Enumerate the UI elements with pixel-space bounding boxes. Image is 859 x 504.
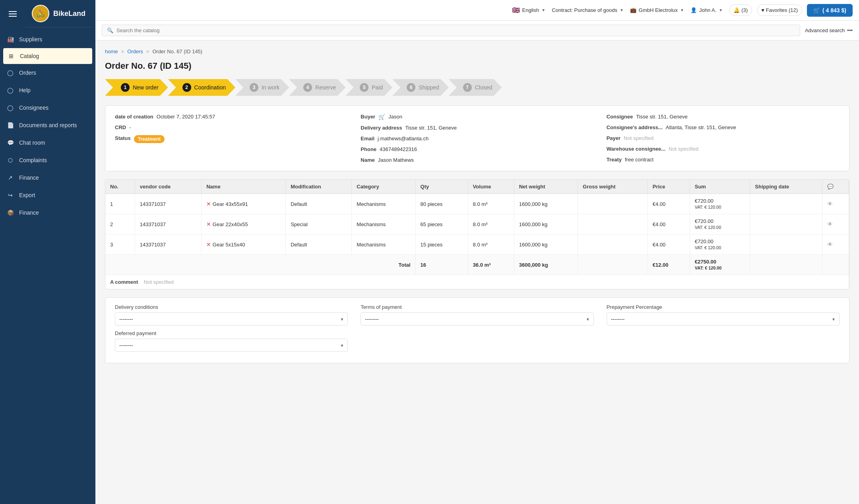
briefcase-icon: 💼 bbox=[630, 7, 636, 13]
company-selector[interactable]: 💼 GmbH Electrolux ▼ bbox=[630, 7, 684, 13]
contract-label: Contract: Purchase of goods bbox=[552, 7, 617, 13]
sidebar-item-finance[interactable]: ↗ Finance bbox=[0, 169, 95, 186]
user-selector[interactable]: 👤 John A. ▼ bbox=[690, 7, 723, 13]
user-label: John A. bbox=[699, 7, 716, 13]
step-4-number: 4 bbox=[303, 83, 312, 92]
row2-action[interactable]: 👁 bbox=[822, 214, 849, 235]
delivery-address-label: Delivery address bbox=[361, 125, 402, 131]
row1-delete-icon[interactable]: ✕ bbox=[206, 201, 211, 207]
step-4-label: Reserve bbox=[315, 84, 336, 91]
row3-eye-icon[interactable]: 👁 bbox=[827, 241, 833, 248]
row2-qty: 65 pieces bbox=[415, 214, 468, 235]
deferred-payment-select-wrap: -------- bbox=[115, 339, 348, 352]
buyer-label: Buyer bbox=[361, 114, 375, 120]
col-volume: Volume bbox=[468, 180, 514, 194]
row2-sum: €720.00VAT: € 120.00 bbox=[690, 214, 750, 235]
breadcrumb-orders[interactable]: Orders bbox=[127, 48, 143, 54]
delivery-conditions-select[interactable]: -------- bbox=[115, 312, 348, 326]
sidebar-item-finance2[interactable]: 📦 Finance bbox=[0, 204, 95, 221]
table-row: 2 143371037 ✕ Gear 22x40x55 Special Mech… bbox=[105, 214, 849, 235]
step-coordination[interactable]: 2 Coordination bbox=[168, 79, 235, 96]
date-creation-value: October 7, 2020 17:45:57 bbox=[157, 114, 215, 120]
row3-gross-weight bbox=[578, 235, 648, 255]
sidebar-item-orders[interactable]: ◯ Orders bbox=[0, 64, 95, 81]
step-7-number: 7 bbox=[463, 83, 472, 92]
page-title: Order No. 67 (ID 145) bbox=[105, 61, 849, 71]
comment-cell: A comment Not specified bbox=[105, 275, 849, 289]
sidebar-item-complaints[interactable]: ⬡ Complaints bbox=[0, 151, 95, 169]
cart-button[interactable]: 🛒 ( 4 843 $) bbox=[807, 4, 853, 17]
comment-value: Not specified bbox=[144, 279, 174, 285]
col-modification: Modification bbox=[286, 180, 352, 194]
sidebar-item-catalog[interactable]: ⊞ Catalog bbox=[3, 48, 92, 64]
advanced-search-button[interactable]: Advanced search ••• bbox=[805, 27, 853, 33]
prepayment-select[interactable]: -------- bbox=[607, 312, 840, 326]
heart-icon: ♥ bbox=[761, 7, 764, 13]
table-total-row: Total 16 36.0 m³ 3600,000 kg €12.00 €275… bbox=[105, 255, 849, 275]
sidebar-item-suppliers[interactable]: 🏭 Suppliers bbox=[0, 31, 95, 48]
step-in-work[interactable]: 3 In work bbox=[235, 79, 289, 96]
sidebar-item-chat[interactable]: 💬 Chat room bbox=[0, 134, 95, 151]
deferred-payment-group: Deferred payment -------- bbox=[115, 330, 348, 352]
row2-category: Mechanisms bbox=[352, 214, 415, 235]
row2-price: €4.00 bbox=[648, 214, 690, 235]
name-label: Name bbox=[361, 157, 374, 163]
breadcrumb-home[interactable]: home bbox=[105, 48, 118, 54]
delivery-conditions-select-wrap: -------- bbox=[115, 312, 348, 326]
row3-action[interactable]: 👁 bbox=[822, 235, 849, 255]
contract-selector[interactable]: Contract: Purchase of goods ▼ bbox=[552, 7, 624, 13]
sidebar-item-help[interactable]: ◯ Help bbox=[0, 81, 95, 99]
row2-eye-icon[interactable]: 👁 bbox=[827, 221, 833, 227]
consignees-address-value: Atlanta, Tisse str. 151, Geneve bbox=[666, 124, 736, 130]
crd-label: CRD bbox=[115, 124, 126, 130]
step-closed[interactable]: 7 Closed bbox=[449, 79, 502, 96]
step-3-label: In work bbox=[262, 84, 279, 91]
notifications-count: (3) bbox=[741, 7, 748, 13]
warehouse-consignee-label: Warehouse consignee... bbox=[607, 146, 665, 152]
terms-of-payment-group: Terms of payment -------- bbox=[361, 304, 593, 326]
row1-modification: Default bbox=[286, 194, 352, 214]
buyer-value: Jason bbox=[388, 114, 402, 120]
row3-qty: 15 pieces bbox=[415, 235, 468, 255]
step-new-order[interactable]: 1 New order bbox=[105, 79, 168, 96]
step-6-label: Shipped bbox=[419, 84, 439, 91]
step-paid[interactable]: 5 Paid bbox=[345, 79, 392, 96]
total-action bbox=[822, 255, 849, 275]
menu-toggle[interactable] bbox=[0, 5, 25, 23]
row1-price: €4.00 bbox=[648, 194, 690, 214]
row1-eye-icon[interactable]: 👁 bbox=[827, 201, 833, 207]
row1-action[interactable]: 👁 bbox=[822, 194, 849, 214]
sidebar-item-export[interactable]: ↪ Export bbox=[0, 186, 95, 204]
col-net-weight: Net weight bbox=[514, 180, 578, 194]
step-reserve[interactable]: 4 Reserve bbox=[289, 79, 345, 96]
breadcrumb-current: Order No. 67 (ID 145) bbox=[152, 48, 202, 54]
col-sum: Sum bbox=[690, 180, 750, 194]
col-name: Name bbox=[202, 180, 286, 194]
treaty-label: Treaty bbox=[607, 157, 622, 163]
search-input[interactable] bbox=[116, 27, 795, 33]
logo-text: BikeLand bbox=[53, 10, 85, 18]
sidebar-item-consignees[interactable]: ◯ Consignees bbox=[0, 99, 95, 116]
documents-icon: 📄 bbox=[6, 121, 14, 129]
warehouse-consignee-value: Not specified bbox=[669, 146, 698, 152]
language-selector[interactable]: 🇬🇧 English ▼ bbox=[512, 6, 546, 14]
breadcrumb: home > Orders > Order No. 67 (ID 145) bbox=[105, 48, 849, 54]
favorites-button[interactable]: ♥ Favorites (12) bbox=[757, 4, 802, 16]
prepayment-label: Prepayment Percentage bbox=[607, 304, 840, 310]
logo[interactable]: 🚴 BikeLand bbox=[25, 0, 92, 27]
row3-delete-icon[interactable]: ✕ bbox=[206, 241, 211, 248]
row2-delete-icon[interactable]: ✕ bbox=[206, 221, 211, 227]
total-qty: 16 bbox=[415, 255, 468, 275]
content: home > Orders > Order No. 67 (ID 145) Or… bbox=[95, 41, 859, 504]
favorites-label: Favorites (12) bbox=[766, 7, 798, 13]
terms-of-payment-select[interactable]: -------- bbox=[361, 312, 593, 326]
email-label: Email bbox=[361, 136, 374, 142]
delivery-conditions-group: Delivery conditions -------- bbox=[115, 304, 348, 326]
deferred-payment-select[interactable]: -------- bbox=[115, 339, 348, 352]
notifications-button[interactable]: 🔔 (3) bbox=[729, 4, 752, 16]
sidebar-item-documents[interactable]: 📄 Documents and reports bbox=[0, 116, 95, 134]
step-shipped[interactable]: 6 Shipped bbox=[392, 79, 448, 96]
col-no: No. bbox=[105, 180, 135, 194]
company-label: GmbH Electrolux bbox=[639, 7, 678, 13]
consignee-value: Tisse str. 151, Geneve bbox=[636, 114, 688, 120]
